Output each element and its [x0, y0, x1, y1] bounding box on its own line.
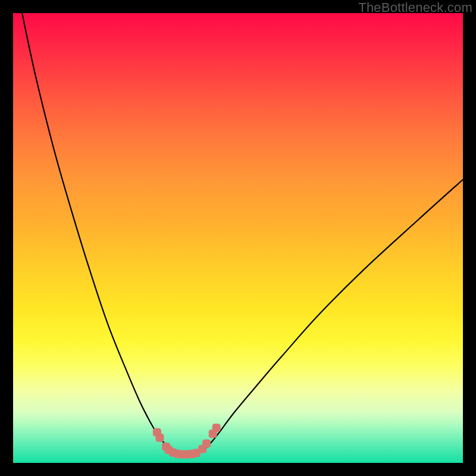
watermark-text: TheBottleneck.com	[358, 0, 472, 15]
curve-marker	[212, 424, 220, 432]
bottleneck-curve-svg	[13, 13, 463, 463]
marker-cluster-left	[153, 428, 200, 458]
curve-marker	[203, 440, 211, 447]
curve-marker	[156, 434, 164, 441]
curve-right	[198, 180, 463, 453]
chart-plot-area	[13, 13, 463, 463]
curve-left	[22, 13, 175, 453]
marker-cluster-right	[199, 424, 220, 453]
